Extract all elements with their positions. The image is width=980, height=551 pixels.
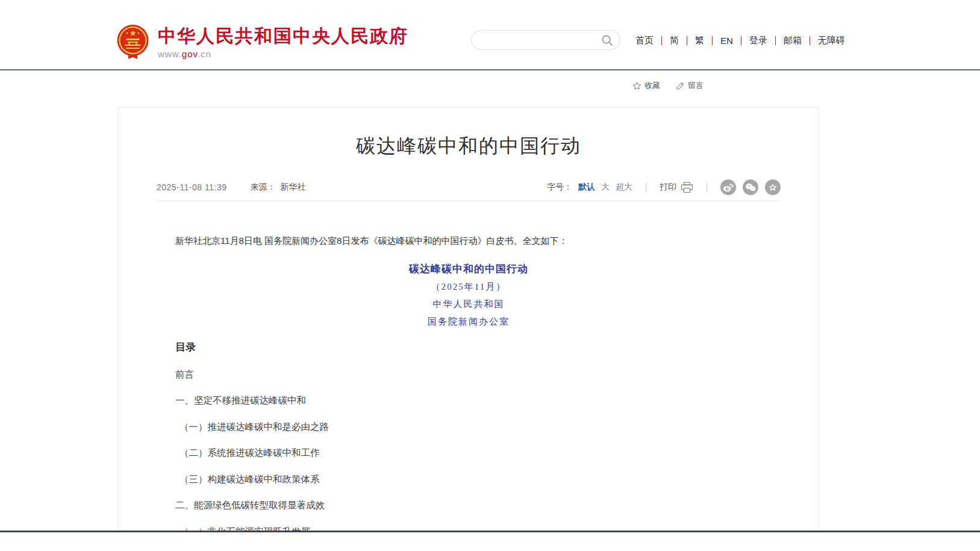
bottom-rule (0, 531, 980, 532)
site-logo[interactable]: 中华人民共和国中央人民政府 www.gov.cn (116, 24, 408, 60)
document-heading: 碳达峰碳中和的中国行动 （2025年11月） 中华人民共和国 国务院新闻办公室 (157, 263, 781, 328)
wechat-share-icon[interactable] (743, 179, 758, 195)
font-size-large[interactable]: 大 (601, 182, 610, 193)
search-box (471, 30, 620, 50)
source: 来源：新华社 (250, 182, 305, 193)
font-size-default[interactable]: 默认 (578, 182, 595, 193)
toc-item-section2-1: （一）非化石能源实现跃升发展 (157, 526, 781, 531)
print-label: 打印 (660, 182, 676, 193)
message-button[interactable]: 留言 (676, 80, 704, 91)
article-meta-row: 2025-11-08 11:39 来源：新华社 字号： 默认 大 超大 打印 (157, 179, 781, 201)
document-date: （2025年11月） (157, 280, 781, 293)
document-org-line1: 中华人民共和国 (157, 297, 781, 311)
tools-separator (646, 182, 646, 193)
message-label: 留言 (688, 80, 704, 91)
toc-item-section1: 一、坚定不移推进碳达峰碳中和 (157, 394, 781, 406)
toc-heading: 目录 (157, 341, 781, 354)
article-tools: 字号： 默认 大 超大 打印 (547, 179, 781, 195)
toc-item-section1-1: （一）推进碳达峰碳中和是必由之路 (157, 421, 781, 433)
source-name[interactable]: 新华社 (280, 182, 305, 191)
print-button[interactable]: 打印 (660, 182, 693, 193)
document-org-line2: 国务院新闻办公室 (157, 315, 781, 328)
toc-item-section1-3: （三）构建碳达峰碳中和政策体系 (157, 473, 781, 485)
top-nav: 首页 简 繁 EN 登录 邮箱 无障碍 (628, 34, 853, 46)
toc-item-foreword: 前言 (157, 369, 781, 381)
toc-item-section2: 二、能源绿色低碳转型取得显著成效 (157, 499, 781, 511)
quick-links: 收藏 留言 (632, 80, 704, 91)
site-url-gov: gov (182, 49, 198, 59)
article-title: 碳达峰碳中和的中国行动 (157, 134, 781, 158)
document-title: 碳达峰碳中和的中国行动 (157, 263, 781, 276)
qzone-star-share-icon[interactable] (765, 179, 781, 195)
page: 中华人民共和国中央人民政府 www.gov.cn 首页 简 繁 EN 登录 邮箱 (0, 0, 980, 551)
site-title-block: 中华人民共和国中央人民政府 www.gov.cn (158, 24, 408, 59)
toc-item-section1-2: （二）系统推进碳达峰碳中和工作 (157, 447, 781, 459)
search-input[interactable] (481, 33, 593, 48)
nav-mail[interactable]: 邮箱 (776, 35, 810, 46)
nav-english[interactable]: EN (713, 36, 741, 46)
pencil-icon (676, 81, 685, 90)
nav-traditional[interactable]: 繁 (687, 35, 712, 46)
nav-accessibility[interactable]: 无障碍 (810, 35, 853, 46)
site-url-suffix: .cn (198, 49, 211, 59)
tools-separator (707, 182, 707, 193)
site-url-prefix: www. (158, 49, 182, 59)
font-size-label: 字号： (547, 182, 572, 193)
site-url[interactable]: www.gov.cn (158, 49, 408, 59)
star-outline-icon (632, 81, 641, 90)
article-panel: 碳达峰碳中和的中国行动 2025-11-08 11:39 来源：新华社 字号： … (118, 107, 819, 531)
search-icon[interactable] (601, 34, 613, 46)
font-size-xlarge[interactable]: 超大 (616, 182, 632, 193)
national-emblem-icon (116, 24, 150, 60)
site-header: 中华人民共和国中央人民政府 www.gov.cn 首页 简 繁 EN 登录 邮箱 (0, 0, 980, 70)
lead-paragraph: 新华社北京11月8日电 国务院新闻办公室8日发布《碳达峰碳中和的中国行动》白皮书… (157, 235, 781, 247)
printer-icon (681, 182, 693, 193)
share-icons (720, 179, 781, 195)
site-title[interactable]: 中华人民共和国中央人民政府 (158, 25, 408, 47)
source-label: 来源： (250, 182, 275, 191)
publish-date: 2025-11-08 11:39 (157, 182, 226, 192)
favorite-label: 收藏 (644, 80, 660, 91)
nav-login[interactable]: 登录 (741, 35, 775, 46)
nav-home[interactable]: 首页 (628, 35, 661, 46)
favorite-button[interactable]: 收藏 (632, 80, 660, 91)
weibo-share-icon[interactable] (720, 179, 736, 195)
nav-simplified[interactable]: 简 (662, 35, 687, 46)
